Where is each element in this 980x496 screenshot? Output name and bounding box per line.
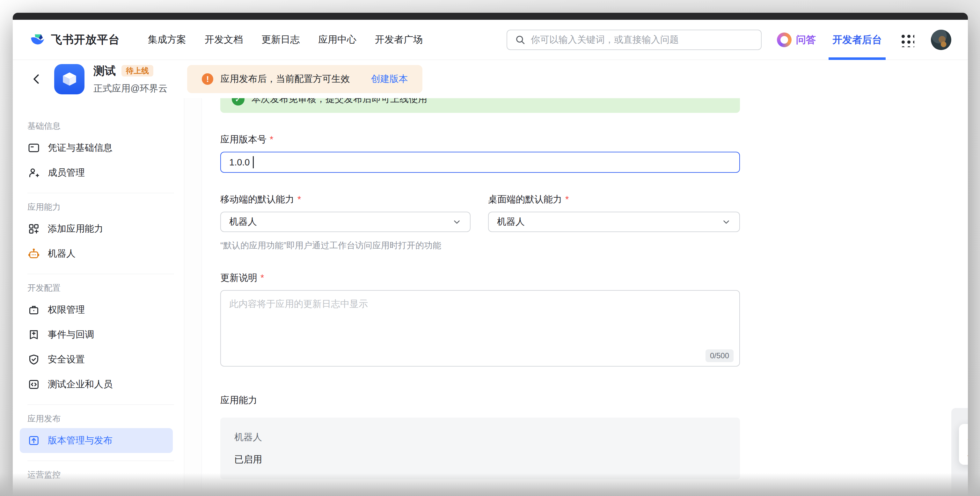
status-badge: 待上线 — [121, 65, 153, 76]
app-capability-heading: 应用能力 — [220, 394, 740, 407]
qa-entry[interactable]: 问答 — [777, 32, 816, 47]
success-banner-text: 本次发布免审核，提交发布后即可上线使用 — [251, 98, 427, 105]
required-asterisk: * — [261, 273, 264, 283]
desktop-capability-label: 桌面端的默认能力* — [488, 193, 740, 206]
top-navigation: 飞书开放平台 集成方案 开发文档 更新日志 应用中心 开发者广场 问答 开发者后… — [13, 20, 968, 60]
sidebar-item-bot[interactable]: 机器人 — [13, 241, 184, 266]
expand-label: 展开 — [967, 447, 968, 458]
publish-arrow-icon — [27, 434, 40, 447]
sidebar-item-credentials[interactable]: 凭证与基础信息 — [13, 135, 184, 161]
expand-panel-button[interactable]: « 展开 — [959, 424, 968, 465]
nav-item-integration[interactable]: 集成方案 — [148, 33, 186, 46]
search-icon — [515, 35, 526, 45]
sidebar-item-label: 添加应用能力 — [48, 223, 103, 235]
warning-text: 应用发布后，当前配置方可生效 — [220, 73, 350, 86]
warning-exclamation-icon: ! — [202, 73, 213, 85]
version-label: 应用版本号* — [220, 133, 740, 146]
member-add-icon — [27, 166, 40, 179]
nav-links: 集成方案 开发文档 更新日志 应用中心 开发者广场 — [148, 33, 423, 46]
create-version-link[interactable]: 创建版本 — [371, 73, 408, 86]
window-chrome-bar — [13, 13, 968, 20]
mobile-capability-select[interactable]: 机器人 — [220, 211, 471, 232]
search-box[interactable] — [507, 30, 762, 50]
sidebar-item-label: 测试企业和人员 — [48, 378, 113, 391]
sidebar-item-label: 机器人 — [48, 247, 76, 260]
app-grid-icon[interactable] — [900, 32, 914, 47]
required-asterisk: * — [565, 194, 569, 205]
app-icon — [54, 64, 84, 94]
double-chevron-left-icon: « — [967, 431, 968, 446]
capability-status: 已启用 — [234, 453, 726, 466]
back-button[interactable] — [30, 73, 43, 86]
desktop-capability-select[interactable]: 机器人 — [488, 211, 740, 232]
sidebar-item-add-capability[interactable]: 添加应用能力 — [13, 216, 184, 241]
sidebar-item-label: 版本管理与发布 — [48, 434, 113, 447]
char-counter: 0/500 — [705, 349, 733, 362]
qa-gradient-ring-icon — [777, 32, 792, 47]
qa-label: 问答 — [796, 33, 816, 46]
chevron-down-icon — [452, 217, 461, 227]
developer-console-label: 开发者后台 — [832, 33, 882, 46]
code-box-icon — [27, 378, 40, 391]
sidebar-section-release: 应用发布 — [13, 413, 184, 424]
grid-add-icon — [27, 223, 40, 235]
sidebar-gutter — [184, 98, 202, 496]
sidebar-item-label: 事件与回调 — [48, 328, 94, 341]
app-type-subtitle: 正式应用@环界云 — [94, 82, 167, 95]
version-input[interactable] — [220, 152, 740, 173]
required-asterisk: * — [298, 194, 301, 205]
app-header: 测试 待上线 正式应用@环界云 ! 应用发布后，当前配置方可生效 创建版本 — [13, 60, 968, 98]
sidebar-divider — [27, 404, 174, 405]
sidebar-divider — [27, 461, 174, 461]
warning-banner: ! 应用发布后，当前配置方可生效 创建版本 — [187, 65, 422, 93]
developer-console-tab[interactable]: 开发者后台 — [832, 20, 882, 60]
nav-item-changelog[interactable]: 更新日志 — [261, 33, 300, 46]
sidebar-item-test-org[interactable]: 测试企业和人员 — [13, 372, 184, 397]
sidebar-item-members[interactable]: 成员管理 — [13, 161, 184, 185]
user-avatar[interactable] — [931, 30, 951, 50]
capability-name: 机器人 — [234, 431, 726, 444]
sidebar-item-version-release[interactable]: 版本管理与发布 — [20, 428, 173, 453]
success-banner: ✓ 本次发布免审核，提交发布后即可上线使用 — [220, 98, 740, 113]
shield-check-icon — [27, 353, 40, 366]
robot-icon — [27, 247, 40, 260]
nav-item-docs[interactable]: 开发文档 — [205, 33, 243, 46]
sidebar-item-permissions[interactable]: 权限管理 — [13, 297, 184, 322]
search-input[interactable] — [531, 35, 753, 45]
chevron-down-icon — [721, 217, 731, 227]
feishu-bird-icon — [29, 32, 46, 48]
mobile-capability-label: 移动端的默认能力* — [220, 193, 471, 206]
browser-window: 飞书开放平台 集成方案 开发文档 更新日志 应用中心 开发者广场 问答 开发者后… — [13, 13, 968, 496]
nav-item-dev-plaza[interactable]: 开发者广场 — [375, 33, 423, 46]
feishu-logo[interactable]: 飞书开放平台 — [29, 32, 120, 48]
success-check-icon: ✓ — [232, 98, 245, 105]
selected-value: 机器人 — [229, 216, 257, 228]
sidebar-section-dev-config: 开发配置 — [13, 283, 184, 294]
sidebar-item-label: 权限管理 — [48, 304, 85, 316]
main-content: ✓ 本次发布免审核，提交发布后即可上线使用 应用版本号* 移动端的默认能力* — [202, 98, 968, 496]
sidebar-item-events[interactable]: 事件与回调 — [13, 322, 184, 347]
sidebar-section-basic-info: 基础信息 — [13, 121, 184, 132]
required-asterisk: * — [270, 134, 273, 145]
text-caret — [253, 156, 254, 168]
event-callback-icon — [27, 328, 40, 341]
sidebar-item-security[interactable]: 安全设置 — [13, 347, 184, 372]
sidebar-item-label: 凭证与基础信息 — [48, 141, 113, 154]
app-title-block: 测试 待上线 正式应用@环界云 — [94, 64, 167, 95]
selected-value: 机器人 — [497, 216, 525, 228]
sidebar-divider — [27, 193, 174, 193]
sidebar-item-label: 成员管理 — [48, 166, 85, 179]
sidebar-section-monitoring: 运营监控 — [13, 469, 184, 480]
nav-item-app-center[interactable]: 应用中心 — [318, 33, 356, 46]
capability-hint: “默认的应用功能”即用户通过工作台访问应用时打开的功能 — [220, 240, 471, 251]
sidebar-divider — [27, 274, 174, 274]
sidebar-section-capabilities: 应用能力 — [13, 202, 184, 213]
update-notes-label: 更新说明* — [220, 272, 740, 285]
id-card-icon — [27, 141, 40, 154]
sidebar-item-label: 安全设置 — [48, 353, 85, 366]
update-notes-textarea[interactable] — [220, 290, 740, 367]
app-name: 测试 — [94, 64, 116, 78]
cube-icon — [60, 69, 80, 89]
app-capability-panel: 机器人 已启用 — [220, 418, 740, 479]
permission-bag-icon — [27, 304, 40, 316]
